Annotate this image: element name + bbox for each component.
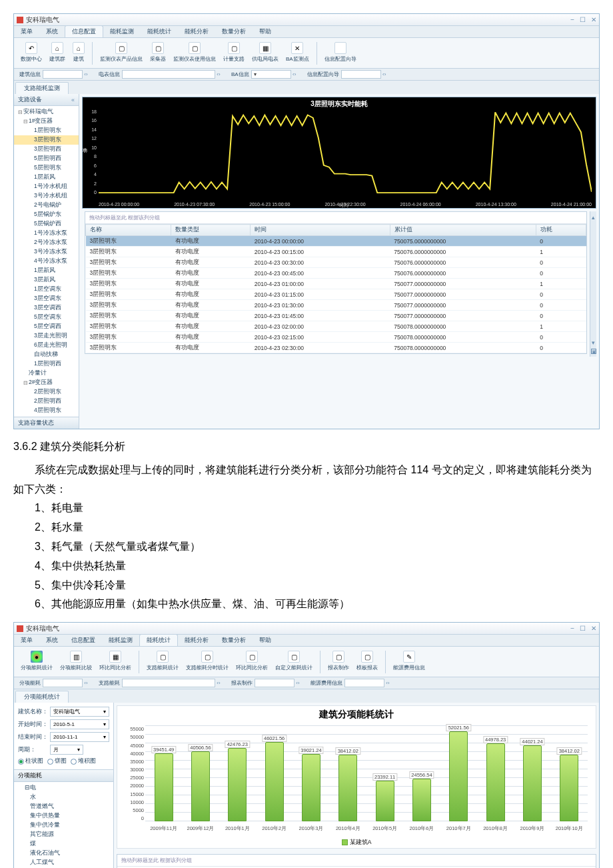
tree-node[interactable]: 5层照明西 xyxy=(14,154,79,163)
tree-node[interactable]: ⊟电 xyxy=(18,783,109,793)
ribbon-建筑群[interactable]: ⌂建筑群 xyxy=(47,41,68,64)
tree-node[interactable]: 3层走光照明 xyxy=(14,331,79,341)
table-row[interactable]: 3层照明东有功电度2010-4-23 00:00:00750075.000000… xyxy=(86,236,586,247)
tree-node[interactable]: 管道燃气 xyxy=(18,802,109,811)
table-row[interactable]: 3层照明东有功电度2010-4-23 02:15:00750078.000000… xyxy=(86,332,586,343)
tree-node[interactable]: ⊟2#变压器 xyxy=(14,378,79,387)
tree-node[interactable]: 6层走光照明 xyxy=(14,341,79,350)
radio-堆积图[interactable]: 堆积图 xyxy=(71,757,96,765)
tree-node[interactable]: 3层空调西 xyxy=(14,303,79,313)
menu-能耗分析[interactable]: 能耗分析 xyxy=(178,26,215,37)
menu-菜单[interactable]: 菜单 xyxy=(14,635,39,646)
menu-系统[interactable]: 系统 xyxy=(39,635,65,646)
tree-node[interactable]: 煤 xyxy=(18,839,109,849)
close-button[interactable]: ✕ xyxy=(591,16,596,23)
ribbon-数据中心[interactable]: ↶数据中心 xyxy=(18,41,45,64)
bar[interactable]: 52021.56 xyxy=(449,731,468,821)
ribbon-环比同比分析[interactable]: ▢环比同比分析 xyxy=(233,649,271,673)
tree-node[interactable]: 1层新风 xyxy=(14,173,79,182)
tree-node[interactable]: 液化石油气 xyxy=(18,849,109,858)
col-时间[interactable]: 时间 xyxy=(251,225,390,236)
table-row[interactable]: 3层照明东有功电度2010-4-23 00:15:00750076.000000… xyxy=(86,247,586,257)
tree-node[interactable]: 集中供热量 xyxy=(18,811,109,821)
ribbon-监测仪表使用信息[interactable]: ▢监测仪表使用信息 xyxy=(171,41,219,64)
bar[interactable]: 24556.54 xyxy=(412,779,431,821)
信息配置向导-dropdown[interactable] xyxy=(341,70,381,79)
tree-node[interactable]: 4层照明东 xyxy=(14,406,79,415)
collapse-icon[interactable]: « xyxy=(71,97,75,103)
tree-node[interactable]: 集中供冷量 xyxy=(18,821,109,830)
能源费用信息-dropdown[interactable] xyxy=(344,679,384,687)
col-功耗[interactable]: 功耗 xyxy=(536,225,586,236)
ribbon-支路能耗分时统计[interactable]: ▢支路能耗分时统计 xyxy=(183,649,231,673)
scroll-down-icon[interactable]: ▾ xyxy=(592,339,595,346)
tree-node[interactable]: 1号冷冻水泵 xyxy=(14,229,79,238)
tree-node[interactable]: 2号冷冻水泵 xyxy=(14,238,79,247)
menu-菜单[interactable]: 菜单 xyxy=(14,26,39,37)
tree-node[interactable]: 5层空调西 xyxy=(14,322,79,331)
bar[interactable]: 44978.23 xyxy=(486,743,505,821)
minimize-button[interactable]: − xyxy=(570,625,574,632)
tree-node[interactable]: 其它能源 xyxy=(18,830,109,839)
ribbon-能源费用信息[interactable]: ✎能源费用信息 xyxy=(390,649,428,673)
bar[interactable]: 38412.02 xyxy=(560,755,578,821)
menu-信息配置[interactable]: 信息配置 xyxy=(65,635,102,646)
maximize-button[interactable]: ☐ xyxy=(580,16,586,23)
start-date-input[interactable]: 2010-5-1▾ xyxy=(50,719,109,729)
tree-node[interactable]: 自动扶梯 xyxy=(14,350,79,359)
bar[interactable]: 38412.02 xyxy=(338,755,357,821)
expand-icon[interactable]: ▣ xyxy=(591,349,596,354)
menu-信息配置[interactable]: 信息配置 xyxy=(65,25,103,37)
table-row[interactable]: 3层照明东有功电度2010-4-23 02:30:00750078.000000… xyxy=(86,343,586,353)
radio-饼图[interactable]: 饼图 xyxy=(47,757,67,765)
tree-node[interactable]: 3层照明西 xyxy=(14,145,79,154)
minimize-button[interactable]: − xyxy=(570,16,574,23)
menu-数量分析[interactable]: 数量分析 xyxy=(215,635,253,646)
tree-node[interactable]: 1层照明西 xyxy=(14,359,79,369)
ribbon-信息配置向导[interactable]: 信息配置向导 xyxy=(322,41,359,64)
bar[interactable]: 40506.56 xyxy=(191,751,210,821)
ribbon-监测仪表产品信息[interactable]: ▢监测仪表产品信息 xyxy=(97,41,145,64)
tree-node[interactable]: 3层空调东 xyxy=(14,294,79,303)
ribbon-报表制作[interactable]: ▢报表制作 xyxy=(325,649,352,673)
bar[interactable]: 39451.49 xyxy=(155,753,173,822)
table-row[interactable]: 3层照明东有功电度2010-4-23 01:45:00750077.000000… xyxy=(86,311,586,321)
building-select[interactable]: 安科瑞电气▾ xyxy=(50,707,109,717)
tree-node[interactable]: 3层照明东 xyxy=(14,135,79,145)
scroll-up-icon[interactable]: ▴ xyxy=(592,214,595,221)
BA信息-dropdown[interactable]: ▾ xyxy=(251,70,291,79)
menu-能耗统计[interactable]: 能耗统计 xyxy=(139,634,178,646)
bar[interactable]: 39021.24 xyxy=(302,754,320,821)
tab-branch-monitor[interactable]: 支路能耗监测 xyxy=(15,82,69,94)
tree-node[interactable]: 5层空调东 xyxy=(14,313,79,322)
col-累计值[interactable]: 累计值 xyxy=(390,225,536,236)
menu-帮助[interactable]: 帮助 xyxy=(253,635,278,646)
table-row[interactable]: 3层照明东有功电度2010-4-23 02:00:00750078.000000… xyxy=(86,321,586,332)
scrollbar[interactable]: ▴ ▾ ▣ xyxy=(590,211,596,357)
ribbon-自定义能耗统计[interactable]: ▢自定义能耗统计 xyxy=(273,649,315,673)
tree-node[interactable]: 5层照明东 xyxy=(14,163,79,173)
table-row[interactable]: 3层照明东有功电度2010-4-23 00:30:00750076.000000… xyxy=(86,257,586,268)
tree-node[interactable]: 5层锅炉东 xyxy=(14,210,79,219)
ribbon-模板报表[interactable]: ▢模板报表 xyxy=(354,649,380,673)
maximize-button[interactable]: ☐ xyxy=(580,625,586,632)
tree-node[interactable]: 冷量计 xyxy=(14,369,79,378)
radio-柱状图[interactable]: 柱状图 xyxy=(18,757,43,765)
支路能耗-dropdown[interactable] xyxy=(122,679,215,687)
报表制作-dropdown[interactable] xyxy=(255,679,295,687)
ribbon-建筑[interactable]: ⌂建筑 xyxy=(70,41,87,64)
tab-subitem-stats[interactable]: 分项能耗统计 xyxy=(15,691,69,703)
menu-能耗监测[interactable]: 能耗监测 xyxy=(103,26,141,37)
cycle-select[interactable]: 月▾ xyxy=(50,745,83,755)
tree-node[interactable]: 2号电锅炉 xyxy=(14,201,79,210)
tree-node[interactable]: ⊟1#变压器 xyxy=(14,117,79,126)
table-row[interactable]: 3层照明东有功电度2010-4-23 01:00:00750077.000000… xyxy=(86,279,586,289)
end-date-input[interactable]: 2010-11-1▾ xyxy=(50,732,109,742)
bar[interactable]: 44021.24 xyxy=(523,745,542,821)
bar[interactable]: 42476.23 xyxy=(228,748,247,821)
table-row[interactable]: 3层照明东有功电度2010-4-23 00:45:00750076.000000… xyxy=(86,268,586,279)
col-名称[interactable]: 名称 xyxy=(86,225,171,236)
tree-node[interactable]: 2层照明东 xyxy=(14,387,79,397)
ribbon-支路能耗统计[interactable]: ▢支路能耗统计 xyxy=(144,649,181,673)
电表信息-dropdown[interactable] xyxy=(122,70,215,79)
